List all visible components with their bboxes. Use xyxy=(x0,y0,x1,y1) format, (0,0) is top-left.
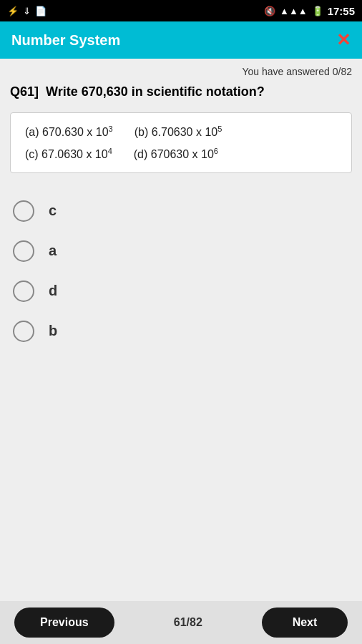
answer-status: You have answered 0/82 xyxy=(10,66,352,77)
status-right-icons: 🔇 ▲▲▲ 🔋 17:55 xyxy=(264,5,355,17)
usb-icon: ⚡ xyxy=(7,6,19,16)
signal-icon: ▲▲▲ xyxy=(280,6,308,16)
radio-label-a: a xyxy=(49,243,57,259)
status-bar: ⚡ ⇓ 📄 🔇 ▲▲▲ 🔋 17:55 xyxy=(0,0,362,21)
status-left-icons: ⚡ ⇓ 📄 xyxy=(7,6,47,16)
options-row-1: (a) 670.630 x 103 (b) 6.70630 x 105 xyxy=(25,125,337,139)
option-a-text: (a) 670.630 x 103 xyxy=(25,125,113,139)
radio-label-d: d xyxy=(49,283,57,299)
options-row-2: (c) 67.0630 x 104 (d) 670630 x 106 xyxy=(25,147,337,161)
close-icon[interactable]: ✕ xyxy=(336,30,351,50)
app-bar: Number System ✕ xyxy=(0,21,362,59)
app-title: Number System xyxy=(11,32,120,49)
mute-icon: 🔇 xyxy=(264,6,275,16)
radio-item-b[interactable]: b xyxy=(10,315,352,348)
bottom-nav: Previous 61/82 Next xyxy=(0,601,362,644)
radio-item-a[interactable]: a xyxy=(10,235,352,268)
download-icon: ⇓ xyxy=(23,6,31,16)
radio-item-d[interactable]: d xyxy=(10,275,352,308)
question-body: Write 670,630 in scientific notation? xyxy=(46,84,265,99)
option-c-text: (c) 67.0630 x 104 xyxy=(25,147,112,161)
radio-circle-c[interactable] xyxy=(13,200,34,222)
next-button[interactable]: Next xyxy=(262,608,348,638)
option-b-text: (b) 6.70630 x 105 xyxy=(134,125,222,139)
question-text: Q61] Write 670,630 in scientific notatio… xyxy=(10,83,352,101)
radio-circle-b[interactable] xyxy=(13,321,34,342)
radio-item-c[interactable]: c xyxy=(10,195,352,228)
radio-label-b: b xyxy=(49,323,57,339)
page-indicator: 61/82 xyxy=(174,616,202,629)
radio-group: c a d b xyxy=(10,187,352,355)
file-icon: 📄 xyxy=(35,6,47,16)
battery-icon: 🔋 xyxy=(312,6,323,16)
question-number: Q61] xyxy=(10,84,39,99)
radio-circle-d[interactable] xyxy=(13,280,34,302)
option-d-text: (d) 670630 x 106 xyxy=(134,147,218,161)
content-area: You have answered 0/82 Q61] Write 670,63… xyxy=(0,59,362,601)
math-options-card: (a) 670.630 x 103 (b) 6.70630 x 105 (c) … xyxy=(10,112,352,173)
previous-button[interactable]: Previous xyxy=(14,608,114,638)
status-time: 17:55 xyxy=(328,5,355,17)
radio-label-c: c xyxy=(49,203,57,219)
radio-circle-a[interactable] xyxy=(13,240,34,262)
